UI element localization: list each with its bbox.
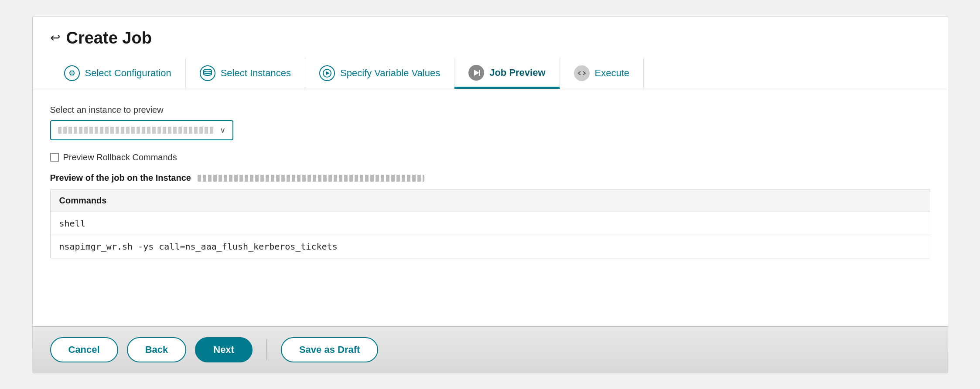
modal-header: ↩ Create Job ⚙ Select Configuration	[33, 17, 948, 89]
title-row: ↩ Create Job	[50, 29, 930, 47]
stack-icon	[200, 65, 215, 81]
commands-table-header: Commands	[51, 189, 930, 212]
tabs-container: ⚙ Select Configuration Select Instances	[50, 58, 930, 89]
save-as-draft-button[interactable]: Save as Draft	[281, 337, 378, 362]
cancel-button[interactable]: Cancel	[50, 337, 118, 362]
modal-container: ↩ Create Job ⚙ Select Configuration	[32, 16, 948, 373]
back-button[interactable]: Back	[127, 337, 187, 362]
back-arrow-icon[interactable]: ↩	[50, 32, 60, 44]
instance-select-dropdown[interactable]: ∨	[50, 120, 233, 140]
gear-icon: ⚙	[64, 65, 80, 81]
preview-rollback-row: Preview Rollback Commands	[50, 152, 930, 162]
tab-execute-label: Execute	[595, 68, 630, 79]
tab-job-preview-label: Job Preview	[489, 67, 545, 78]
preview-rollback-checkbox[interactable]	[50, 153, 59, 162]
chevron-down-icon: ∨	[220, 125, 225, 135]
svg-marker-2	[326, 71, 330, 75]
preview-rollback-label: Preview Rollback Commands	[63, 152, 177, 162]
next-button[interactable]: Next	[195, 337, 253, 362]
preview-instance-name	[198, 175, 424, 182]
footer-divider	[266, 339, 267, 360]
svg-rect-4	[479, 70, 480, 76]
code-icon	[574, 65, 590, 81]
tab-execute[interactable]: Execute	[560, 58, 644, 89]
tab-specify-variable-values-label: Specify Variable Values	[340, 68, 440, 79]
page-title: Create Job	[66, 29, 152, 47]
page-wrapper: ↩ Create Job ⚙ Select Configuration	[0, 0, 980, 389]
modal-footer: Cancel Back Next Save as Draft	[33, 326, 948, 373]
tab-select-instances[interactable]: Select Instances	[186, 58, 305, 89]
instance-select-value	[58, 127, 215, 134]
command-row-nsapimgr: nsapimgr_wr.sh -ys call=ns_aaa_flush_ker…	[51, 235, 930, 258]
svg-marker-3	[474, 70, 479, 76]
modal-body: Select an instance to preview ∨ Preview …	[33, 89, 948, 326]
tab-select-instances-label: Select Instances	[221, 68, 291, 79]
play-icon	[319, 65, 335, 81]
commands-table: Commands shell nsapimgr_wr.sh -ys call=n…	[50, 189, 930, 258]
tab-select-configuration-label: Select Configuration	[85, 68, 171, 79]
command-row-shell: shell	[51, 212, 930, 235]
tab-specify-variable-values[interactable]: Specify Variable Values	[305, 58, 454, 89]
job-preview-icon	[468, 65, 484, 81]
svg-point-0	[204, 69, 212, 72]
instance-select-label: Select an instance to preview	[50, 105, 930, 115]
tab-job-preview[interactable]: Job Preview	[454, 58, 560, 89]
tab-select-configuration[interactable]: ⚙ Select Configuration	[50, 58, 186, 89]
preview-heading: Preview of the job on the Instance	[50, 173, 930, 183]
